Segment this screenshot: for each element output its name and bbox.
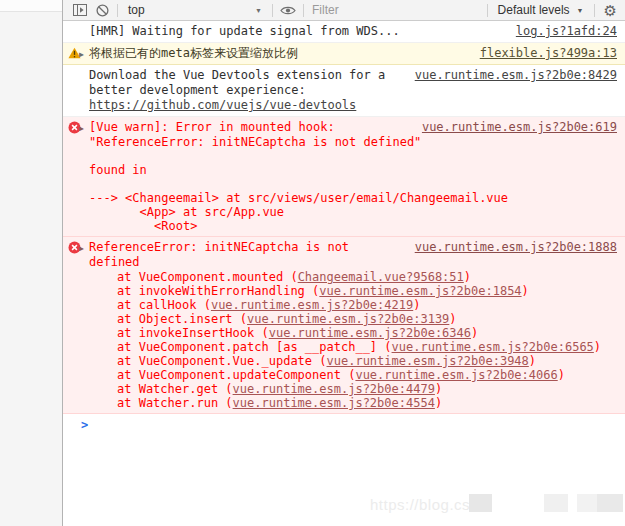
stack-frame: at invokeWithErrorHandling (vue.runtime.…: [89, 284, 617, 298]
console-message-list: [HMR] Waiting for update signal from WDS…: [63, 21, 625, 526]
stack-frame-text: ): [435, 382, 442, 396]
stack-frame-text: ): [464, 270, 471, 284]
stack-frame-text: at invokeWithErrorHandling (: [117, 284, 319, 298]
chevron-down-icon: ▼: [255, 7, 262, 14]
console-sidebar-toggle-icon[interactable]: [69, 1, 91, 19]
stack-frame-text: at VueComponent.patch [as __patch__] (: [117, 340, 392, 354]
stack-frame-text: ): [558, 368, 565, 382]
stack-source-link[interactable]: vue.runtime.esm.js?2b0e:4554: [233, 396, 435, 410]
toolbar-divider: [272, 4, 273, 17]
stack-frame-text: ): [435, 396, 442, 410]
message-text: 将根据已有的meta标签来设置缩放比例: [89, 46, 470, 61]
source-link[interactable]: vue.runtime.esm.js?2b0e:619: [412, 120, 617, 135]
toolbar-divider: [117, 4, 118, 17]
stack-frame-text: at Watcher.run (: [117, 396, 233, 410]
stack-frame-text: ): [413, 298, 420, 312]
javascript-context-dropdown[interactable]: top ▼: [122, 3, 268, 17]
stack-frame-text: at Watcher.get (: [117, 382, 233, 396]
stack-frame: at callHook (vue.runtime.esm.js?2b0e:421…: [89, 298, 617, 312]
stack-source-link[interactable]: vue.runtime.esm.js?2b0e:6346: [269, 326, 471, 340]
stack-frame: at VueComponent.Vue._update (vue.runtime…: [89, 354, 617, 368]
stack-frame-text: at callHook (: [117, 298, 211, 312]
watermark-redaction-block: [544, 494, 568, 512]
stack-source-link[interactable]: vue.runtime.esm.js?2b0e:4219: [211, 298, 413, 312]
live-expression-eye-icon[interactable]: [277, 1, 299, 19]
toolbar-divider: [303, 4, 304, 17]
chevron-down-icon: ▼: [577, 7, 584, 14]
stack-source-link[interactable]: vue.runtime.esm.js?2b0e:3139: [247, 312, 449, 326]
stack-frame-text: at VueComponent.updateComponent (: [117, 368, 355, 382]
javascript-context-label: top: [128, 3, 145, 17]
message-text: better development experience:: [89, 83, 617, 98]
log-levels-dropdown[interactable]: Default levels ▼: [492, 3, 590, 17]
error-header-text: [Vue warn]: Error in mounted hook:: [89, 120, 412, 135]
source-link[interactable]: flexible.js?499a:13: [470, 46, 617, 61]
source-link[interactable]: log.js?1afd:24: [506, 24, 617, 39]
stack-frame: at VueComponent.patch [as __patch__] (vu…: [89, 340, 617, 354]
stack-frame-text: ): [471, 326, 478, 340]
console-error-reference-error: ▶ ReferenceError: initNECaptcha is not d…: [63, 237, 625, 414]
expand-arrow-icon[interactable]: ▶: [79, 121, 84, 136]
stack-frame-text: at Object.insert (: [117, 312, 247, 326]
stack-frame-text: at VueComponent.Vue._update (: [117, 354, 327, 368]
stack-frame-text: at VueComponent.mounted (: [117, 270, 298, 284]
source-link[interactable]: vue.runtime.esm.js?2b0e:8429: [405, 68, 617, 83]
console-prompt[interactable]: >: [63, 414, 625, 436]
page-background-strip: [0, 0, 62, 526]
stack-source-link[interactable]: vue.runtime.esm.js?2b0e:4066: [355, 368, 557, 382]
filter-input[interactable]: [308, 1, 424, 19]
stack-frame-text: ): [594, 340, 601, 354]
watermark-redaction-block: [469, 494, 492, 512]
vue-devtools-link[interactable]: https://github.com/vuejs/vue-devtools: [89, 98, 356, 112]
stack-trace: at VueComponent.mounted (Changeemail.vue…: [89, 270, 617, 410]
stack-source-link[interactable]: vue.runtime.esm.js?2b0e:3948: [327, 354, 529, 368]
error-body-text: "ReferenceError: initNECaptcha is not de…: [89, 135, 617, 233]
error-header-text: ReferenceError: initNECaptcha is not def…: [89, 240, 405, 270]
clear-console-icon[interactable]: [91, 1, 113, 19]
toolbar-divider: [594, 4, 595, 17]
devtools-console-panel: top ▼ Default levels ▼ ⚙ [HMR] Waiting f…: [62, 0, 625, 526]
stack-source-link[interactable]: Changeemail.vue?9568:51: [298, 270, 464, 284]
watermark-redaction-block: [577, 494, 597, 512]
console-message-vue-devtools: Download the Vue Devtools extension for …: [63, 65, 625, 117]
console-toolbar: top ▼ Default levels ▼ ⚙: [63, 0, 625, 21]
page-background-strip-top: [0, 0, 62, 12]
stack-frame-text: ): [522, 284, 529, 298]
watermark-redaction-block: [597, 494, 623, 512]
log-levels-label: Default levels: [498, 3, 570, 17]
stack-frame-text: ): [449, 312, 456, 326]
stack-source-link[interactable]: vue.runtime.esm.js?2b0e:1854: [319, 284, 521, 298]
message-text: Download the Vue Devtools extension for …: [89, 68, 405, 83]
console-prompt-chevron-icon: >: [81, 418, 88, 432]
stack-frame: at VueComponent.updateComponent (vue.run…: [89, 368, 617, 382]
stack-frame: at invokeInsertHook (vue.runtime.esm.js?…: [89, 326, 617, 340]
console-message-hmr: [HMR] Waiting for update signal from WDS…: [63, 21, 625, 43]
console-message-meta-warning: ▶ 将根据已有的meta标签来设置缩放比例 flexible.js?499a:1…: [63, 43, 625, 65]
settings-gear-icon[interactable]: ⚙: [604, 3, 617, 18]
stack-frame: at Watcher.get (vue.runtime.esm.js?2b0e:…: [89, 382, 617, 396]
stack-frame: at Watcher.run (vue.runtime.esm.js?2b0e:…: [89, 396, 617, 410]
stack-frame-text: ): [529, 354, 536, 368]
console-error-vue-warn: ▶ [Vue warn]: Error in mounted hook: vue…: [63, 117, 625, 237]
expand-arrow-icon[interactable]: ▶: [79, 47, 84, 62]
stack-frame: at Object.insert (vue.runtime.esm.js?2b0…: [89, 312, 617, 326]
stack-frame: at VueComponent.mounted (Changeemail.vue…: [89, 270, 617, 284]
toolbar-divider: [487, 4, 488, 17]
source-link[interactable]: vue.runtime.esm.js?2b0e:1888: [405, 240, 617, 255]
stack-frame-text: at invokeInsertHook (: [117, 326, 269, 340]
stack-source-link[interactable]: vue.runtime.esm.js?2b0e:6565: [392, 340, 594, 354]
message-text: [HMR] Waiting for update signal from WDS…: [89, 24, 506, 39]
stack-source-link[interactable]: vue.runtime.esm.js?2b0e:4479: [233, 382, 435, 396]
expand-arrow-icon[interactable]: ▶: [79, 241, 84, 256]
